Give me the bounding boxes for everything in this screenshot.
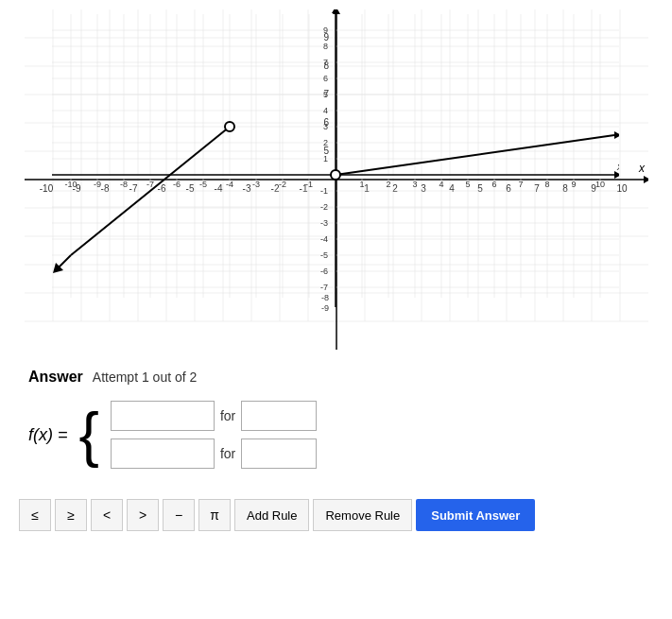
svg-text:-4: -4: [226, 180, 233, 189]
minus-button[interactable]: −: [163, 499, 195, 531]
submit-answer-button[interactable]: Submit Answer: [416, 499, 535, 531]
svg-text:-9: -9: [321, 303, 329, 312]
svg-text:-6: -6: [320, 267, 328, 276]
answer-section: Answer Attempt 1 out of 2 f(x) = { for f…: [0, 359, 672, 493]
svg-text:2: 2: [323, 138, 328, 147]
coordinate-graph: x -10 -9 -8 -7 -6 -5 -4 -3 -2 -1 1 2 3 4…: [52, 9, 619, 312]
svg-text:5: 5: [465, 180, 470, 189]
x-axis-arrowhead: [614, 171, 619, 179]
tick-x-neg10: -10: [39, 183, 53, 194]
svg-text:-2: -2: [320, 202, 328, 212]
svg-text:-1: -1: [320, 186, 328, 196]
svg-text:9: 9: [323, 26, 328, 35]
expression-input-2[interactable]: [111, 438, 215, 469]
rule-row-2: for: [111, 438, 317, 469]
condition-input-2[interactable]: [241, 438, 317, 469]
svg-text:-8: -8: [321, 293, 329, 302]
graph-area: x -10 -9 -8 -7 -6 -5 -4 -3 -2 -1 1 2 3 4…: [0, 0, 672, 359]
svg-text:8: 8: [544, 180, 549, 189]
for-label-2: for: [220, 446, 235, 461]
svg-text:-5: -5: [320, 250, 328, 260]
x-axis-label: x: [638, 162, 646, 175]
svg-text:9: 9: [571, 180, 576, 189]
svg-text:7: 7: [518, 180, 523, 189]
svg-text:3: 3: [412, 180, 417, 189]
condition-input-1[interactable]: [241, 401, 317, 431]
lt-button[interactable]: <: [91, 499, 123, 531]
page-container: x -10 -9 -8 -7 -6 -5 -4 -3 -2 -1 1 2 3 4…: [0, 0, 672, 537]
answer-label-row: Answer Attempt 1 out of 2: [28, 369, 644, 386]
svg-text:-8: -8: [120, 180, 128, 189]
svg-text:3: 3: [323, 122, 328, 131]
for-label-1: for: [220, 408, 235, 423]
svg-text:-7: -7: [320, 283, 328, 292]
svg-text:-2: -2: [279, 180, 286, 189]
svg-text:7: 7: [323, 58, 328, 67]
circle-origin: [331, 170, 340, 180]
expression-input-1[interactable]: [111, 401, 215, 431]
answer-heading: Answer: [28, 369, 83, 386]
svg-text:1: 1: [323, 154, 328, 163]
pi-button[interactable]: π: [198, 499, 231, 531]
right-piece-line: [336, 135, 614, 175]
rules-container: for for: [111, 401, 317, 469]
right-arrow: [614, 131, 619, 139]
svg-text:-6: -6: [173, 180, 181, 189]
geq-button[interactable]: ≥: [55, 499, 87, 531]
svg-text:-1: -1: [305, 180, 313, 189]
x-axis-arrow: [644, 176, 648, 183]
svg-text:-3: -3: [320, 218, 328, 228]
svg-text:10: 10: [595, 180, 605, 189]
svg-text:4: 4: [323, 106, 328, 115]
y-ticks: 9 8 7 6 5 4 3 2 1 -1 -2 -3 -4 -5 -6 -7 -…: [317, 26, 329, 312]
svg-text:-4: -4: [320, 234, 328, 244]
svg-text:6: 6: [491, 180, 496, 189]
open-brace: {: [79, 404, 99, 465]
leq-button[interactable]: ≤: [19, 499, 51, 531]
gt-button[interactable]: >: [127, 499, 159, 531]
piecewise-container: f(x) = { for for: [28, 401, 644, 469]
y-axis-arrowhead: [332, 9, 339, 13]
add-rule-button[interactable]: Add Rule: [234, 499, 309, 531]
fx-label: f(x) =: [28, 425, 68, 445]
svg-text:2: 2: [386, 180, 390, 189]
svg-text:-5: -5: [199, 180, 207, 189]
svg-text:8: 8: [323, 42, 328, 51]
rule-row-1: for: [111, 401, 317, 431]
svg-text:-9: -9: [94, 180, 101, 189]
svg-text:4: 4: [439, 180, 443, 189]
svg-text:-10: -10: [64, 180, 77, 189]
svg-text:-3: -3: [252, 180, 260, 189]
x-label: x: [616, 161, 619, 172]
toolbar: ≤ ≥ < > − π Add Rule Remove Rule Submit …: [0, 493, 672, 537]
open-circle-left: [225, 122, 234, 131]
svg-text:6: 6: [323, 74, 328, 83]
svg-text:5: 5: [323, 90, 328, 99]
attempt-text: Attempt 1 out of 2: [93, 370, 198, 385]
left-piece-arrow-ext: [58, 255, 71, 268]
remove-rule-button[interactable]: Remove Rule: [313, 499, 412, 531]
svg-text:1: 1: [359, 180, 364, 189]
